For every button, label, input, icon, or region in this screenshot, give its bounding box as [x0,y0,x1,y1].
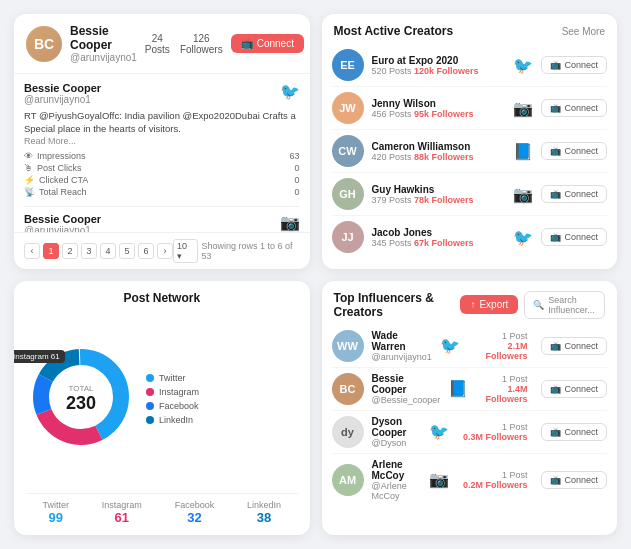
eye-icon: 👁 [24,151,33,161]
feed-card: BC Bessie Cooper @arunvijayno1 24 Posts … [14,14,310,269]
connect-btn-4[interactable]: 📺 Connect [541,185,607,203]
feed-header: BC Bessie Cooper @arunvijayno1 24 Posts … [14,14,310,74]
see-more-link[interactable]: See More [562,26,605,37]
connect-btn-5[interactable]: 📺 Connect [541,228,607,246]
creator-followers-1: 120k Followers [414,66,479,76]
post-header-2: Bessie Cooper @arunvijayno1 📷 [24,213,300,232]
influencer-posts-1: 1 Post [474,331,528,341]
post-header: Bessie Cooper @arunvijayno1 🐦 [24,82,300,105]
twitter-legend-label: Twitter [159,373,186,383]
impressions-label: 👁 Impressions [24,151,86,161]
search-box[interactable]: 🔍 Search Influencer... [524,291,605,319]
post-author-block-2: Bessie Cooper @arunvijayno1 [24,213,101,232]
twitter-icon-inf-1: 🐦 [440,336,460,355]
creator-posts-1: 520 Posts [372,66,415,76]
creator-followers-2: 95k Followers [414,109,474,119]
total-num: 230 [66,393,96,414]
influencer-connect-1[interactable]: 📺 Connect [541,337,607,355]
clicks-value: 0 [294,163,299,173]
page-6-btn[interactable]: 6 [138,243,154,259]
page-4-btn[interactable]: 4 [100,243,116,259]
linkedin-stat-label: LinkedIn [247,500,281,510]
twitter-icon-inf-3: 🐦 [429,422,449,441]
next-page-btn[interactable]: › [157,243,173,259]
clicks-label: 🖱 Post Clicks [24,163,82,173]
influencer-handle-1: @arunvijayno1 [372,352,432,362]
influencer-info-1: Wade Warren @arunvijayno1 [372,330,432,362]
post-handle-2: @arunvijayno1 [24,225,101,232]
user-stats: 24 Posts 126 Followers [145,33,223,55]
creator-stats-5: 345 Posts 67k Followers [372,238,506,248]
linkedin-dot [146,416,154,424]
post-item: Bessie Cooper @arunvijayno1 🐦 RT @Piyush… [24,82,300,198]
export-button[interactable]: ↑ Export [460,295,518,314]
legend-twitter: Twitter [146,373,298,383]
creator-stats-4: 379 Posts 78k Followers [372,195,506,205]
creator-name-1: Euro at Expo 2020 [372,55,506,66]
legend-facebook: Facebook [146,401,298,411]
creator-name-4: Guy Hawkins [372,184,506,195]
cta-label: ⚡ Clicked CTA [24,175,88,185]
creator-info-3: Cameron Williamson 420 Posts 88k Followe… [372,141,506,162]
connect-btn-2[interactable]: 📺 Connect [541,99,607,117]
creator-posts-3: 420 Posts [372,152,415,162]
search-icon: 🔍 [533,300,544,310]
influencers-actions: ↑ Export 🔍 Search Influencer... [460,291,605,319]
influencer-connect-2[interactable]: 📺 Connect [541,380,607,398]
influencer-posts-2: 1 Post [482,374,527,384]
creator-name-2: Jenny Wilson [372,98,506,109]
monitor-icon-4: 📺 [550,189,561,199]
showing-text: Showing rows 1 to 6 of 53 [202,241,300,261]
post-author-2: Bessie Cooper [24,213,101,225]
post-handle: @arunvijayno1 [24,94,101,105]
rows-per-page[interactable]: 10 ▾ [173,239,198,263]
network-legend: Twitter Instagram Facebook LinkedIn [146,373,298,425]
creator-avatar-3: CW [332,135,364,167]
influencer-avatar-3: dy [332,416,364,448]
creator-posts-2: 456 Posts [372,109,415,119]
twitter-stat: Twitter 99 [42,500,69,525]
page-3-btn[interactable]: 3 [81,243,97,259]
reach-icon: 📡 [24,187,35,197]
reach-value: 0 [294,187,299,197]
influencer-meta-1: 1 Post 2.1M Followers [474,331,528,361]
influencer-item-2: BC Bessie Cooper @Bessie_cooper 📘 1 Post… [332,368,608,411]
instagram-icon-4: 📷 [513,185,533,204]
creators-title: Most Active Creators [334,24,454,38]
creator-info-2: Jenny Wilson 456 Posts 95k Followers [372,98,506,119]
facebook-stat-value: 32 [175,510,215,525]
creator-avatar-4: GH [332,178,364,210]
followers-value: 126 Followers [180,33,223,55]
creator-followers-5: 67k Followers [414,238,474,248]
monitor-icon-1: 📺 [550,60,561,70]
creator-item-3: CW Cameron Williamson 420 Posts 88k Foll… [332,130,608,173]
linkedin-stat: LinkedIn 38 [247,500,281,525]
donut-label: TOTAL 230 [66,384,96,414]
linkedin-stat-value: 38 [247,510,281,525]
network-title: Post Network [26,291,298,305]
influencers-card: Top Influencers & Creators ↑ Export 🔍 Se… [322,281,618,536]
page-5-btn[interactable]: 5 [119,243,135,259]
creator-stats-1: 520 Posts 120k Followers [372,66,506,76]
feed-footer: ‹ 1 2 3 4 5 6 › 10 ▾ Showing rows 1 to 6… [14,232,310,269]
influencer-item-3: dy Dyson Cooper @Dyson 🐦 1 Post 0.3M Fol… [332,411,608,454]
monitor-icon-5: 📺 [550,232,561,242]
page-2-btn[interactable]: 2 [62,243,78,259]
post-text: RT @PiyushGoyalOffc: India pavilion @Exp… [24,109,300,136]
creator-list: EE Euro at Expo 2020 520 Posts 120k Foll… [322,44,618,269]
connect-btn-3[interactable]: 📺 Connect [541,142,607,160]
connect-button[interactable]: 📺 Connect [231,34,304,53]
influencer-connect-4[interactable]: 📺 Connect [541,471,607,489]
stat-reach: 📡 Total Reach 0 [24,186,300,198]
influencer-meta-4: 1 Post 0.2M Followers [463,470,528,490]
connect-btn-1[interactable]: 📺 Connect [541,56,607,74]
facebook-dot [146,402,154,410]
followers-stat: 126 Followers [180,33,223,55]
read-more-link[interactable]: Read More... [24,136,300,146]
influencer-handle-4: @Arlene McCoy [372,481,421,501]
page-1-btn[interactable]: 1 [43,243,59,259]
creator-stats-2: 456 Posts 95k Followers [372,109,506,119]
influencer-avatar-2: BC [332,373,364,405]
influencer-connect-3[interactable]: 📺 Connect [541,423,607,441]
prev-page-btn[interactable]: ‹ [24,243,40,259]
